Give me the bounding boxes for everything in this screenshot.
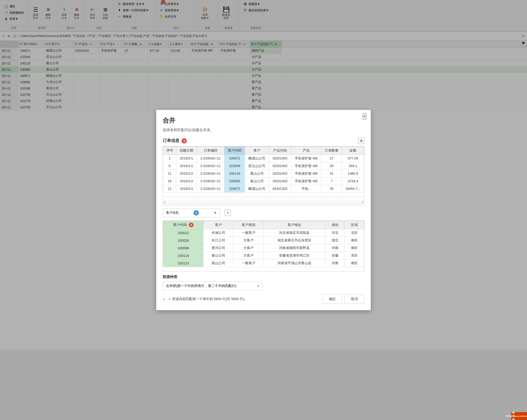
td: 长江公司: [204, 237, 233, 244]
modal-footer: ✓ ✓ 所选内容匹配第一个表中的 5650 行(共 5650 行)。 确定 取消: [163, 294, 364, 304]
td: 977.04: [342, 154, 364, 162]
td: 大客户: [233, 244, 263, 252]
table2-row[interactable]: 100086 黄河公司 大客户 河南省南阳市新野县 河南 南区: [163, 244, 364, 252]
td: 嵩山公司: [204, 259, 233, 267]
td: 北区: [345, 229, 364, 237]
td: 2019/1/1: [176, 185, 197, 192]
table2-row[interactable]: 100118 黄山公司 大客户 安徽省芜湖市鸠江区 安徽 东区: [163, 252, 364, 259]
td: 2.01901E+11: [197, 185, 224, 192]
th2-cust[interactable]: 客户: [204, 221, 233, 229]
td: 2019/1/2: [176, 170, 197, 177]
match-check-icon: ✓: [163, 297, 166, 302]
th2-region[interactable]: 区域: [345, 221, 364, 229]
th-seq[interactable]: 序号: [163, 146, 176, 154]
table2-row[interactable]: 100026 长江公司 大客户 湖北省黄石市石灰窑区 湖北 南区: [163, 237, 364, 244]
modal-close-btn[interactable]: ×: [363, 113, 366, 120]
td: 33201402: [269, 177, 291, 185]
table1-row[interactable]: 1 2019/1/1 2.01901E+11 100671 峨眉山公司 3320…: [163, 154, 364, 162]
modal-subtitle: 选择表和匹配列以创建合并表。: [163, 128, 364, 132]
th2-cust-addr[interactable]: 客户地址: [264, 221, 326, 229]
th-cust-code[interactable]: 客户代码: [224, 146, 245, 154]
td: 1: [163, 154, 176, 162]
td: 河南: [325, 244, 345, 252]
th2-province[interactable]: 省份: [325, 221, 345, 229]
td: 100133: [163, 259, 204, 267]
td: 河南省平顶山市鲁山县: [264, 259, 326, 267]
table2-dropdown-label: 客户信息: [166, 211, 179, 215]
table2-dropdown-section: 客户信息 2 ▼ ⎘: [163, 208, 364, 217]
badge2: 2: [194, 210, 199, 215]
table1-row[interactable]: 11 2019/1/2 2.01901E+11 100118 黄山公司 3320…: [163, 170, 364, 177]
td: 手机保护套-M5: [291, 170, 321, 177]
td: 100118: [224, 170, 245, 177]
td: 7: [321, 177, 342, 185]
td: 2019/1/1: [176, 154, 197, 162]
td: 2.01901E+11: [197, 154, 224, 162]
td: 峨眉山公司: [245, 154, 269, 162]
td: 湖北: [325, 237, 345, 244]
table2-export-icon[interactable]: ⎘: [224, 210, 231, 216]
th2-cust-type[interactable]: 客户类别: [233, 221, 263, 229]
td: 平机...: [291, 185, 321, 192]
td: 手机保护套-M5: [291, 162, 321, 170]
th-prod[interactable]: 产品: [291, 146, 321, 154]
modal-ok-btn[interactable]: 确定: [322, 294, 342, 304]
td: 河南: [325, 259, 345, 267]
td: 44301302: [269, 185, 291, 192]
td: 2.01901E+11: [197, 162, 224, 170]
table2-row[interactable]: 100133 嵩山公司 一般客户 河南省平顶山市鲁山县 河南 南区: [163, 259, 364, 267]
join-type-label: 联接种类: [163, 275, 364, 279]
th-create-date[interactable]: 创建日期: [176, 146, 197, 154]
td: 湖北省黄石市石灰窑区: [264, 237, 326, 244]
td: 16: [163, 177, 176, 185]
td: 100026: [163, 237, 204, 244]
th-order-code[interactable]: 订单编码: [197, 146, 224, 154]
td: 安徽省芜湖市鸠江区: [264, 252, 326, 259]
td: 28: [321, 162, 342, 170]
td: 南区: [345, 244, 364, 252]
match-info-text: ✓ 所选内容匹配第一个表中的 5650 行(共 5650 行)。: [168, 297, 248, 301]
td: 33201402: [269, 162, 291, 170]
table1-scroll-right-btn[interactable]: ›: [362, 200, 363, 205]
table1-row[interactable]: 21 2019/1/1 2.01901E+11 100671 峨眉山公司 443…: [163, 185, 364, 192]
table1: 序号 创建日期 订单编码 客户代码 客户 产品代码 产品 订单数量 金额 1 2: [163, 146, 364, 193]
table1-row[interactable]: 16 2019/1/2 2.01901E+11 100865 泰山公司 3320…: [163, 177, 364, 185]
join-type-select[interactable]: 左外部(第一个中的所有行，第二个中的匹配行) 右外部 完全外部 内部 左反 右反: [163, 281, 262, 290]
td: 1380.6: [342, 170, 364, 177]
td: 100671: [224, 185, 245, 192]
join-select-wrapper: 左外部(第一个中的所有行，第二个中的匹配行) 右外部 完全外部 内部 左反 右反…: [163, 281, 262, 290]
th2-cust-code[interactable]: 客户代码 4: [163, 221, 204, 229]
td: 16454.7...: [342, 185, 364, 192]
table1-export-icon[interactable]: ⎘: [358, 138, 364, 144]
td: 27: [321, 154, 342, 162]
table2-row[interactable]: 100012 长城公司 一般客户 河北省保定市高阳县 河北 北区: [163, 229, 364, 237]
modal-cancel-btn[interactable]: 取消: [344, 294, 364, 304]
th-amount[interactable]: 金额: [342, 146, 364, 154]
td: 黄山公司: [204, 252, 233, 259]
table1-row[interactable]: 6 2019/1/1 2.01901E+11 102849 昆仑山公司 3320…: [163, 162, 364, 170]
td: 安徽: [325, 252, 345, 259]
td: 33201402: [269, 154, 291, 162]
th-prod-code[interactable]: 产品代码: [269, 146, 291, 154]
td: 100012: [163, 229, 204, 237]
td: 黄山公司: [245, 170, 269, 177]
merge-modal: × 合并 选择表和匹配列以创建合并表。 订单信息 3 ⎘ 序号 创建日期 订单编…: [156, 110, 371, 311]
th-order-qty[interactable]: 订单数量: [321, 146, 342, 154]
table1-scroll-left-btn[interactable]: ‹: [164, 200, 165, 205]
td: 11: [163, 170, 176, 177]
td: 河北省保定市高阳县: [264, 229, 326, 237]
td: 31: [321, 170, 342, 177]
td: 6: [163, 162, 176, 170]
td: 一般客户: [233, 229, 263, 237]
table1-container: 序号 创建日期 订单编码 客户代码 客户 产品代码 产品 订单数量 金额 1 2: [163, 146, 364, 197]
td: 河北: [325, 229, 345, 237]
td: 2019/1/2: [176, 177, 197, 185]
td: 东区: [345, 252, 364, 259]
td: 2218.4: [342, 177, 364, 185]
td: 河南省南阳市新野县: [264, 244, 326, 252]
td: 昆仑山公司: [245, 162, 269, 170]
table2-dropdown[interactable]: 客户信息 2 ▼: [163, 208, 220, 217]
table1-title-text: 订单信息: [163, 138, 179, 143]
th-cust[interactable]: 客户: [245, 146, 269, 154]
td: 黄河公司: [204, 244, 233, 252]
